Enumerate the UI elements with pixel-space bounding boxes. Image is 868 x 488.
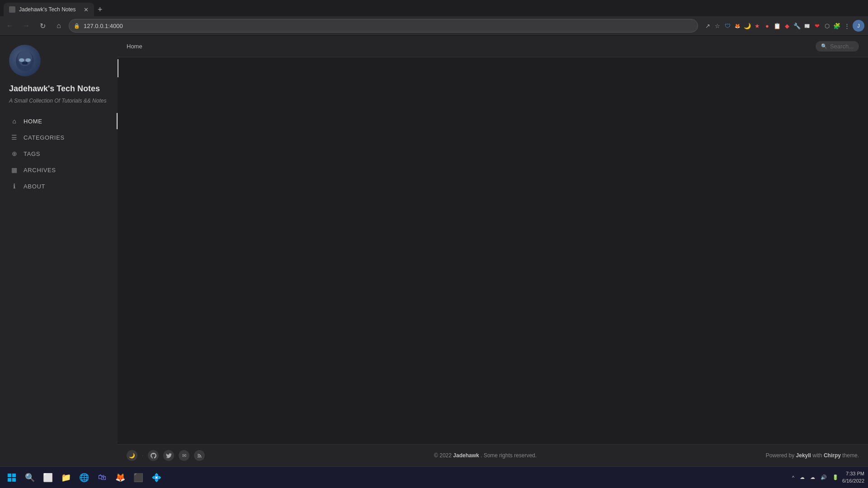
taskbar-edge[interactable]: 🌐 xyxy=(76,469,92,486)
svg-rect-7 xyxy=(8,478,11,482)
ext2-icon[interactable]: 🌙 xyxy=(743,22,751,30)
copyright-year: © 2022 xyxy=(434,452,452,459)
home-icon: ⌂ xyxy=(11,117,18,125)
sidebar-item-categories[interactable]: ☰ CATEGORIES xyxy=(0,129,118,145)
about-icon: ℹ xyxy=(11,183,18,190)
taskbar-vscode[interactable]: 💠 xyxy=(148,469,165,486)
svg-rect-4 xyxy=(22,62,28,65)
tab-favicon xyxy=(9,6,15,13)
active-tab[interactable]: Jadehawk's Tech Notes ✕ xyxy=(4,3,94,16)
footer: 🌙 · ✉ © 2022 Jadehawk . Some rights rese… xyxy=(118,444,868,466)
jekyll-link[interactable]: Jekyll xyxy=(796,452,811,459)
browser-chrome: Jadehawk's Tech Notes ✕ + ← → ↻ ⌂ 🔒 127.… xyxy=(0,0,868,36)
home-label: HOME xyxy=(24,118,42,125)
tray-cloud[interactable]: ☁ xyxy=(808,474,817,481)
ext7-icon[interactable]: 🔧 xyxy=(793,22,801,30)
ext1-icon[interactable]: 🦊 xyxy=(733,22,741,30)
sidebar-item-about[interactable]: ℹ ABOUT xyxy=(0,178,118,194)
back-button[interactable]: ← xyxy=(4,19,16,32)
ext6-icon[interactable]: ◆ xyxy=(783,22,791,30)
puzzle-icon[interactable]: 🧩 xyxy=(833,22,841,30)
theme-suffix: theme. xyxy=(842,452,859,459)
sidebar-nav: ⌂ HOME ☰ CATEGORIES ⊕ TAGS ▦ ARCHIVES ℹ … xyxy=(0,113,118,457)
screenshot-icon[interactable]: ↗ xyxy=(703,22,712,30)
darkmode-toggle[interactable]: 🌙 xyxy=(127,450,137,461)
forward-button[interactable]: → xyxy=(20,19,33,32)
with-text: with xyxy=(812,452,822,459)
sidebar-top: Jadehawk's Tech Notes A Small Collection… xyxy=(0,45,118,113)
site-avatar[interactable] xyxy=(9,45,41,76)
ext9-icon[interactable]: ❤ xyxy=(813,22,821,30)
bitwarden-icon[interactable]: 🛡 xyxy=(723,22,731,30)
powered-by-text: Powered by xyxy=(766,452,794,459)
url-bar[interactable]: 🔒 127.0.0.1:4000 xyxy=(69,19,698,33)
svg-rect-5 xyxy=(8,474,11,477)
ext10-icon[interactable]: ⬡ xyxy=(823,22,831,30)
clock-time: 7:33 PM xyxy=(846,470,864,477)
taskbar-terminal[interactable]: ⬛ xyxy=(130,469,146,486)
avatar-image xyxy=(9,45,41,76)
svg-point-3 xyxy=(25,58,31,62)
taskbar-task-view[interactable]: ⬜ xyxy=(40,469,56,486)
windows-logo xyxy=(7,473,16,482)
chirpy-link[interactable]: Chirpy xyxy=(824,452,841,459)
tab-bar: Jadehawk's Tech Notes ✕ + xyxy=(0,0,868,16)
home-top-link[interactable]: Home xyxy=(127,43,142,50)
bookmark-icon[interactable]: ☆ xyxy=(713,22,722,30)
main-content xyxy=(118,57,868,444)
categories-label: CATEGORIES xyxy=(24,134,65,141)
footer-copyright: © 2022 Jadehawk . Some rights reserved. xyxy=(434,452,537,459)
github-icon[interactable] xyxy=(148,450,159,461)
sidebar-item-tags[interactable]: ⊕ TAGS xyxy=(0,145,118,162)
taskbar-tray: ^ ☁ ☁ 🔊 🔋 7:33 PM 6/16/2022 xyxy=(790,470,864,484)
search-bar[interactable]: 🔍 Search... xyxy=(816,41,859,52)
svg-rect-8 xyxy=(12,478,16,482)
taskbar-search[interactable]: 🔍 xyxy=(22,469,38,486)
content-wrapper xyxy=(118,57,868,444)
tray-network[interactable]: ☁ xyxy=(798,474,807,481)
taskbar-explorer[interactable]: 📁 xyxy=(58,469,74,486)
sidebar-item-home[interactable]: ⌂ HOME xyxy=(0,113,118,129)
footer-dot-separator: · xyxy=(142,452,143,459)
browser-actions: ↗ ☆ 🛡 🦊 🌙 ★ ● 📋 ◆ 🔧 📰 ❤ ⬡ 🧩 ⋮ J xyxy=(703,20,864,32)
top-nav-links: Home xyxy=(127,43,142,50)
menu-icon[interactable]: ⋮ xyxy=(843,22,851,30)
archives-icon: ▦ xyxy=(11,166,18,174)
page-body: Jadehawk's Tech Notes A Small Collection… xyxy=(0,36,868,466)
main-area: Home 🔍 Search... 🌙 · xyxy=(118,36,868,466)
author-link[interactable]: Jadehawk xyxy=(453,452,479,459)
top-nav-bar: Home 🔍 Search... xyxy=(118,36,868,57)
taskbar-browser-active[interactable]: 🦊 xyxy=(112,469,128,486)
tray-overflow[interactable]: ^ xyxy=(790,474,796,481)
email-icon[interactable]: ✉ xyxy=(179,450,189,461)
address-bar: ← → ↻ ⌂ 🔒 127.0.0.1:4000 ↗ ☆ 🛡 🦊 🌙 ★ ● 📋… xyxy=(0,16,868,35)
categories-icon: ☰ xyxy=(11,134,18,141)
tray-battery[interactable]: 🔋 xyxy=(830,474,840,481)
sidebar-item-archives[interactable]: ▦ ARCHIVES xyxy=(0,162,118,178)
lock-icon: 🔒 xyxy=(74,23,80,29)
search-icon: 🔍 xyxy=(821,43,827,49)
clock-date: 6/16/2022 xyxy=(842,478,864,484)
taskbar-store[interactable]: 🛍 xyxy=(94,469,110,486)
tray-sound[interactable]: 🔊 xyxy=(819,474,829,481)
rss-icon[interactable] xyxy=(194,450,205,461)
twitter-icon[interactable] xyxy=(163,450,174,461)
search-placeholder: Search... xyxy=(830,43,854,50)
svg-point-2 xyxy=(19,58,24,62)
profile-icon[interactable]: J xyxy=(853,20,864,32)
ext4-icon[interactable]: ● xyxy=(763,22,771,30)
sidebar: Jadehawk's Tech Notes A Small Collection… xyxy=(0,36,118,466)
footer-powered: Powered by Jekyll with Chirpy theme. xyxy=(766,452,859,459)
ext5-icon[interactable]: 📋 xyxy=(773,22,781,30)
avatar-svg xyxy=(14,48,36,73)
ext8-icon[interactable]: 📰 xyxy=(803,22,811,30)
new-tab-button[interactable]: + xyxy=(94,5,106,14)
tab-close-button[interactable]: ✕ xyxy=(84,7,89,13)
rights-text: . Some rights reserved. xyxy=(481,452,537,459)
home-nav-button[interactable]: ⌂ xyxy=(52,19,65,32)
start-button[interactable] xyxy=(4,469,20,486)
taskbar-clock[interactable]: 7:33 PM 6/16/2022 xyxy=(842,470,864,484)
reload-button[interactable]: ↻ xyxy=(36,19,49,32)
ext3-icon[interactable]: ★ xyxy=(753,22,761,30)
about-label: ABOUT xyxy=(24,183,45,190)
